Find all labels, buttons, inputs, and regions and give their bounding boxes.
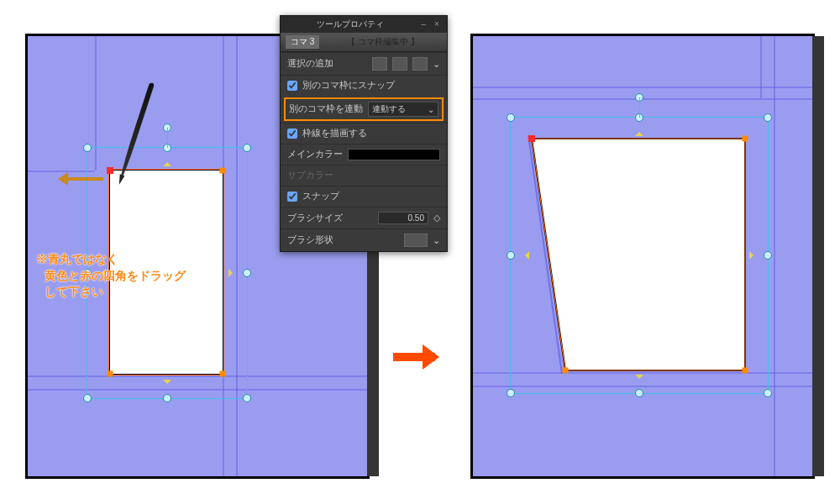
edge-yellow-handle[interactable] (521, 251, 529, 260)
row-add-selection: 選択の追加 ⌄ (281, 52, 447, 75)
bbox-handle[interactable] (243, 394, 251, 402)
spinner-icon[interactable]: ◇ (433, 213, 440, 223)
label-add-selection: 選択の追加 (287, 58, 333, 70)
bbox-handle[interactable] (764, 113, 772, 122)
edge-yellow-handle[interactable] (749, 251, 758, 260)
subtool-tab[interactable]: コマ 3 (286, 35, 319, 49)
main-color-swatch[interactable] (348, 149, 440, 160)
bbox-handle[interactable] (764, 251, 772, 260)
brush-size-input[interactable]: 0.50 (378, 212, 428, 224)
instruction-note: ※青丸ではなく 黄色と赤の四角をドラッグ して下さい (36, 251, 186, 301)
row-brush-shape[interactable]: ブラシ形状 ⌄ (281, 228, 447, 251)
bbox-handle[interactable] (243, 144, 251, 152)
canvas-after[interactable] (470, 34, 815, 479)
bbox-rotate-stem (639, 97, 640, 118)
bbox-handle[interactable] (243, 269, 251, 277)
edge-yellow-handle[interactable] (635, 375, 643, 383)
note-line: ※青丸ではなく (36, 251, 186, 268)
bbox-handle[interactable] (507, 113, 515, 122)
close-icon[interactable]: × (432, 19, 442, 29)
note-line: して下さい (36, 284, 186, 301)
label-brush-size: ブラシサイズ (287, 213, 343, 224)
chevron-down-icon[interactable]: ⌄ (433, 59, 440, 70)
chevron-down-icon[interactable]: ⌄ (433, 235, 440, 246)
row-snap[interactable]: スナップ (281, 186, 447, 207)
tool-property-panel[interactable]: ツールプロパティ – × コマ 3 【 コマ枠編集中 】 選択の追加 ⌄ 別のコ… (280, 15, 448, 252)
row-main-color[interactable]: メインカラー (281, 144, 447, 165)
checkbox-draw-border[interactable] (287, 129, 297, 139)
label-brush-shape: ブラシ形状 (287, 234, 333, 246)
bbox-handle[interactable] (764, 389, 772, 397)
label-snap-other: 別のコマ枠にスナップ (302, 80, 395, 92)
edge-yellow-handle[interactable] (228, 269, 237, 277)
selection-bbox[interactable] (510, 117, 769, 394)
transition-arrow-icon (393, 353, 435, 361)
selmode-sub-icon[interactable] (412, 57, 428, 71)
drag-direction-arrow (61, 177, 103, 181)
selmode-new-icon[interactable] (372, 57, 387, 71)
row-brush-size[interactable]: ブラシサイズ 0.50 ◇ (281, 207, 447, 228)
edge-yellow-handle[interactable] (163, 158, 171, 166)
row-snap-other[interactable]: 別のコマ枠にスナップ (281, 75, 447, 96)
panel-titlebar[interactable]: ツールプロパティ – × (281, 16, 447, 33)
checkbox-snap[interactable] (287, 192, 297, 202)
dropdown-value: 連動する (372, 103, 406, 115)
chevron-down-icon: ⌄ (428, 105, 434, 114)
panel-title: ツールプロパティ (286, 18, 415, 30)
brush-shape-preview[interactable] (404, 234, 428, 247)
note-line: 黄色と赤の四角をドラッグ (36, 268, 186, 285)
checkbox-snap-other-frame[interactable] (287, 81, 297, 91)
edge-yellow-handle[interactable] (635, 128, 643, 136)
edge-yellow-handle[interactable] (163, 380, 171, 388)
label-snap: スナップ (302, 191, 339, 202)
label-link-other: 別のコマ枠を連動 (289, 103, 363, 115)
bbox-handle[interactable] (83, 394, 92, 402)
label-main-color: メインカラー (287, 149, 343, 160)
bbox-handle[interactable] (507, 389, 515, 397)
label-draw-border: 枠線を描画する (302, 128, 367, 139)
bbox-handle[interactable] (507, 251, 515, 260)
selmode-add-icon[interactable] (392, 57, 407, 71)
bbox-rotate-stem (167, 128, 168, 148)
bbox-handle[interactable] (83, 144, 92, 152)
minimize-icon[interactable]: – (418, 19, 428, 29)
bbox-handle[interactable] (635, 389, 643, 397)
row-link-other-frame[interactable]: 別のコマ枠を連動 連動する ⌄ (284, 97, 444, 121)
bbox-handle[interactable] (163, 394, 171, 402)
panel-mode-label: 【 コマ枠編集中 】 (324, 36, 442, 48)
label-sub-color: サブカラー (287, 170, 333, 181)
row-draw-border[interactable]: 枠線を描画する (281, 123, 447, 144)
panel-subheader: コマ 3 【 コマ枠編集中 】 (281, 33, 447, 52)
dropdown-link-mode[interactable]: 連動する ⌄ (368, 102, 438, 117)
row-sub-color: サブカラー (281, 165, 447, 186)
